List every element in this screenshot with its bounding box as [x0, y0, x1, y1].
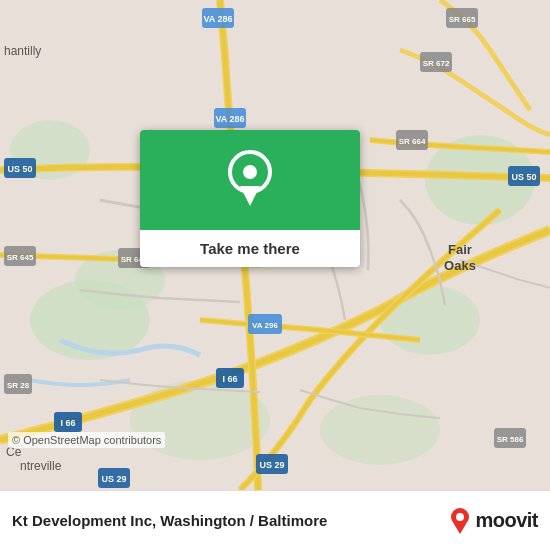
location-popup: Take me there [140, 130, 360, 267]
svg-point-46 [243, 165, 257, 179]
popup-green-header [140, 130, 360, 230]
svg-text:Fair: Fair [448, 242, 472, 257]
copyright-text: © OpenStreetMap contributors [8, 432, 165, 448]
svg-text:US 29: US 29 [101, 474, 126, 484]
take-me-there-button[interactable]: Take me there [140, 230, 360, 267]
location-pin-icon [226, 150, 274, 210]
svg-text:VA 296: VA 296 [252, 321, 278, 330]
svg-text:I 66: I 66 [60, 418, 75, 428]
svg-text:VA 286: VA 286 [215, 114, 244, 124]
map-container[interactable]: VA 286 VA 286 SR 665 SR 672 US 50 US 50 … [0, 0, 550, 490]
svg-marker-50 [454, 524, 466, 534]
svg-text:I 66: I 66 [222, 374, 237, 384]
svg-text:US 50: US 50 [511, 172, 536, 182]
moovit-text-label: moovit [475, 509, 538, 532]
svg-text:hantilly: hantilly [4, 44, 41, 58]
svg-text:US 50: US 50 [7, 164, 32, 174]
bottom-bar: Kt Development Inc, Washington / Baltimo… [0, 490, 550, 550]
svg-point-6 [320, 395, 440, 465]
svg-text:SR 586: SR 586 [497, 435, 524, 444]
svg-point-49 [456, 513, 464, 521]
svg-text:SR 664: SR 664 [399, 137, 426, 146]
svg-text:VA 286: VA 286 [203, 14, 232, 24]
svg-text:SR 665: SR 665 [449, 15, 476, 24]
svg-text:US 29: US 29 [259, 460, 284, 470]
svg-text:SR 672: SR 672 [423, 59, 450, 68]
svg-point-4 [380, 285, 480, 355]
svg-text:ntreville: ntreville [20, 459, 62, 473]
moovit-pin-icon [449, 506, 471, 536]
svg-marker-47 [240, 186, 260, 206]
svg-text:SR 645: SR 645 [7, 253, 34, 262]
location-title: Kt Development Inc, Washington / Baltimo… [12, 512, 449, 529]
moovit-logo: moovit [449, 506, 538, 536]
svg-text:SR 28: SR 28 [7, 381, 30, 390]
svg-text:Oaks: Oaks [444, 258, 476, 273]
